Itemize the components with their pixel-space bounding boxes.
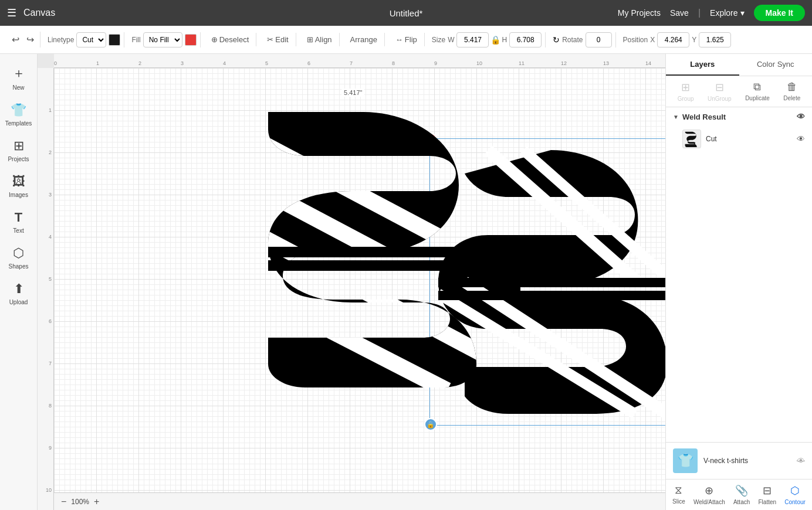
zoom-in-button[interactable]: + xyxy=(94,497,99,507)
tab-color-sync[interactable]: Color Sync xyxy=(739,54,813,76)
height-input[interactable] xyxy=(509,32,542,47)
ruler-top-numbers: 0 1 2 3 4 5 6 7 8 9 10 11 12 13 14 xyxy=(54,54,665,68)
layer-visibility-toggle[interactable]: 👁 xyxy=(797,134,805,144)
duplicate-action[interactable]: ⧉ Duplicate xyxy=(745,81,770,102)
rotate-label: Rotate xyxy=(562,36,583,44)
templates-icon: 👕 xyxy=(11,103,26,118)
material-name-label: V-neck t-shirts xyxy=(703,457,791,465)
linetype-select[interactable]: Cut xyxy=(76,32,106,47)
x-input[interactable] xyxy=(657,32,689,47)
duplicate-icon: ⧉ xyxy=(753,81,761,93)
height-label: H xyxy=(502,36,507,44)
zoom-out-button[interactable]: − xyxy=(61,497,66,507)
attach-tool[interactable]: 📎 Attach xyxy=(733,484,750,505)
deselect-button[interactable]: ⊕ Deselect xyxy=(208,33,253,46)
slice-tool[interactable]: ⧖ Slice xyxy=(672,484,685,505)
make-it-button[interactable]: Make It xyxy=(754,5,805,21)
my-projects-link[interactable]: My Projects xyxy=(618,8,661,18)
ruler-num-11: 11 xyxy=(519,60,525,66)
shirt-icon: 👕 xyxy=(678,453,693,468)
sidebar-item-shapes[interactable]: ⬡ Shapes xyxy=(0,240,37,276)
ungroup-action[interactable]: ⊟ UnGroup xyxy=(708,81,732,102)
sidebar-item-images[interactable]: 🖼 Images xyxy=(0,168,37,204)
sidebar-item-templates[interactable]: 👕 Templates xyxy=(0,97,37,132)
fill-select[interactable]: No Fill xyxy=(143,32,182,47)
app-name: Canvas xyxy=(23,8,55,18)
weld-result-header[interactable]: ▼ Weld Result 👁 xyxy=(666,107,812,126)
linetype-group: Linetype Cut xyxy=(44,32,124,47)
projects-icon: ⊞ xyxy=(13,138,24,154)
flip-button[interactable]: ↔ Flip xyxy=(392,33,421,46)
document-title[interactable]: Untitled* xyxy=(390,8,423,18)
flatten-tool[interactable]: ⊟ Flatten xyxy=(758,484,776,505)
arrange-button[interactable]: Arrange xyxy=(347,33,381,46)
linetype-color-swatch[interactable] xyxy=(109,34,120,46)
position-group: Position X Y xyxy=(620,32,735,47)
ruler-num-5: 5 xyxy=(265,60,268,66)
ruler-left-num-10: 10 xyxy=(46,487,52,493)
main-design[interactable] xyxy=(242,103,485,390)
edit-button[interactable]: ✂ Edit xyxy=(263,33,292,46)
contour-label: Contour xyxy=(784,499,806,505)
material-visibility-icon[interactable]: 👁 xyxy=(797,456,805,465)
ruler-num-12: 12 xyxy=(561,60,567,66)
tab-layers[interactable]: Layers xyxy=(666,54,739,76)
ruler-left-num-7: 7 xyxy=(49,361,52,366)
ruler-num-14: 14 xyxy=(645,60,651,66)
zoom-level: 100% xyxy=(71,498,89,506)
arrange-group: Arrange xyxy=(343,33,385,46)
contour-tool[interactable]: ⬡ Contour xyxy=(784,484,806,505)
ruler-left-num-3: 3 xyxy=(49,192,52,198)
collapse-icon: ▼ xyxy=(673,114,679,120)
group-action[interactable]: ⊞ Group xyxy=(678,81,694,102)
sidebar-item-new[interactable]: ＋ New xyxy=(0,59,37,97)
material-preview[interactable]: 👕 V-neck t-shirts 👁 xyxy=(666,443,812,480)
layer-item-cut[interactable]: Cut 👁 xyxy=(666,126,812,152)
sidebar-item-upload[interactable]: ⬆ Upload xyxy=(0,276,37,311)
explore-button[interactable]: Explore ▾ xyxy=(710,8,744,18)
size-label: Size xyxy=(432,36,445,44)
chevron-down-icon: ▾ xyxy=(740,8,745,18)
ruler-num-13: 13 xyxy=(603,60,609,66)
ruler-num-3: 3 xyxy=(181,60,184,66)
redo-button[interactable]: ↪ xyxy=(24,32,36,47)
slice-label: Slice xyxy=(672,498,685,505)
right-panel: Layers Color Sync ⊞ Group ⊟ UnGroup ⧉ Du… xyxy=(665,54,812,510)
trash-icon: 🗑 xyxy=(787,81,797,93)
svg-rect-10 xyxy=(268,247,476,257)
top-right-actions: My Projects Save | Explore ▾ Make It xyxy=(618,5,805,21)
align-button[interactable]: ⊞ Align xyxy=(303,33,336,46)
right-panel-tabs: Layers Color Sync xyxy=(666,54,812,76)
hamburger-menu[interactable]: ☰ xyxy=(7,6,16,19)
ruler-num-6: 6 xyxy=(307,60,310,66)
flatten-icon: ⊟ xyxy=(763,484,772,497)
save-button[interactable]: Save xyxy=(670,8,689,18)
weld-icon: ⊕ xyxy=(705,484,713,497)
rotate-icon: ↻ xyxy=(553,35,560,45)
contour-icon: ⬡ xyxy=(790,484,800,497)
weld-attach-tool[interactable]: ⊕ Weld/Attach xyxy=(693,484,725,505)
fill-color-swatch[interactable] xyxy=(185,34,197,46)
sidebar-item-projects[interactable]: ⊞ Projects xyxy=(0,132,37,168)
align-icon: ⊞ xyxy=(307,35,313,44)
align-group: ⊞ Align xyxy=(300,33,340,46)
ruler-num-2: 2 xyxy=(138,60,141,66)
ruler-top: 0 1 2 3 4 5 6 7 8 9 10 11 12 13 14 xyxy=(54,54,665,68)
y-input[interactable] xyxy=(699,32,731,47)
width-input[interactable] xyxy=(456,32,489,47)
upload-icon: ⬆ xyxy=(13,281,24,297)
main-layout: ＋ New 👕 Templates ⊞ Projects 🖼 Images T … xyxy=(0,54,812,510)
dimension-width-label: 5.417" xyxy=(341,89,364,97)
undo-button[interactable]: ↩ xyxy=(9,32,22,47)
ruler-num-8: 8 xyxy=(392,60,395,66)
rotate-input[interactable] xyxy=(586,32,612,47)
eye-icon[interactable]: 👁 xyxy=(797,112,805,121)
sidebar-item-text[interactable]: T Text xyxy=(0,204,37,240)
canvas-area[interactable]: 0 1 2 3 4 5 6 7 8 9 10 11 12 13 14 1 2 xyxy=(38,54,665,510)
flatten-label: Flatten xyxy=(758,499,776,505)
delete-action[interactable]: 🗑 Delete xyxy=(783,81,800,102)
flip-icon: ↔ xyxy=(395,35,403,44)
lock-proportions-icon[interactable]: 🔒 xyxy=(491,35,499,45)
plus-icon: ＋ xyxy=(12,64,25,82)
ruler-num-1: 1 xyxy=(96,60,99,66)
